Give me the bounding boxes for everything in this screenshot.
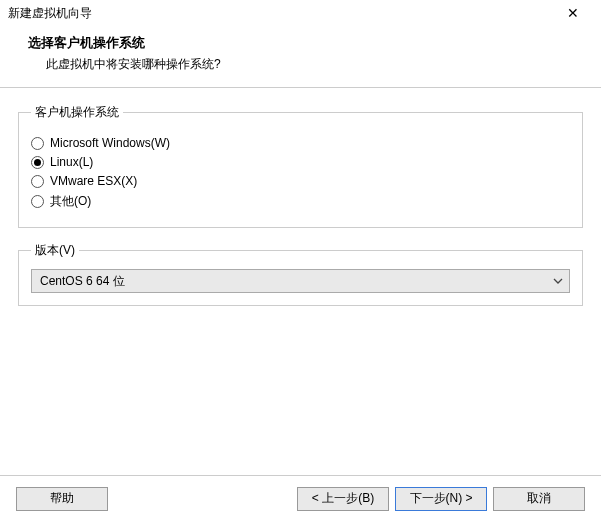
- chevron-down-icon: [553, 276, 563, 286]
- page-subtitle: 此虚拟机中将安装哪种操作系统?: [28, 56, 577, 73]
- version-select-value: CentOS 6 64 位: [40, 273, 125, 290]
- radio-icon: [31, 137, 44, 150]
- radio-icon: [31, 175, 44, 188]
- radio-vmware-esx[interactable]: VMware ESX(X): [31, 174, 570, 188]
- guest-os-legend: 客户机操作系统: [31, 104, 123, 121]
- wizard-footer: 帮助 < 上一步(B) 下一步(N) > 取消: [0, 475, 601, 521]
- radio-linux[interactable]: Linux(L): [31, 155, 570, 169]
- radio-label: Microsoft Windows(W): [50, 136, 170, 150]
- wizard-content: 客户机操作系统 Microsoft Windows(W) Linux(L) VM…: [0, 88, 601, 306]
- next-button[interactable]: 下一步(N) >: [395, 487, 487, 511]
- close-button[interactable]: ✕: [553, 2, 593, 24]
- version-select[interactable]: CentOS 6 64 位: [31, 269, 570, 293]
- wizard-header: 选择客户机操作系统 此虚拟机中将安装哪种操作系统?: [0, 26, 601, 88]
- close-icon: ✕: [567, 5, 579, 21]
- radio-label: VMware ESX(X): [50, 174, 137, 188]
- version-legend: 版本(V): [31, 242, 79, 259]
- back-button[interactable]: < 上一步(B): [297, 487, 389, 511]
- radio-windows[interactable]: Microsoft Windows(W): [31, 136, 570, 150]
- radio-icon: [31, 195, 44, 208]
- version-group: 版本(V) CentOS 6 64 位: [18, 242, 583, 306]
- window-title: 新建虚拟机向导: [8, 5, 92, 22]
- titlebar: 新建虚拟机向导 ✕: [0, 0, 601, 26]
- radio-label: Linux(L): [50, 155, 93, 169]
- radio-icon: [31, 156, 44, 169]
- radio-other[interactable]: 其他(O): [31, 193, 570, 210]
- guest-os-group: 客户机操作系统 Microsoft Windows(W) Linux(L) VM…: [18, 104, 583, 228]
- page-title: 选择客户机操作系统: [28, 34, 577, 52]
- cancel-button[interactable]: 取消: [493, 487, 585, 511]
- radio-label: 其他(O): [50, 193, 91, 210]
- help-button[interactable]: 帮助: [16, 487, 108, 511]
